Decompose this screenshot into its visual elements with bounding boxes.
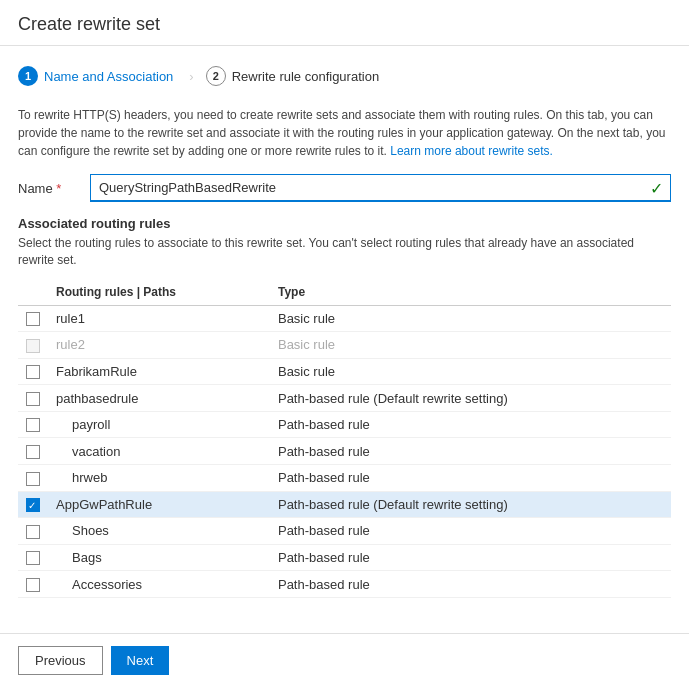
- tab-rewrite-rule-config[interactable]: 2 Rewrite rule configuration: [206, 60, 395, 92]
- rule-type-pathbasedrule: Path-based rule (Default rewrite setting…: [270, 385, 671, 412]
- tabs-container: 1 Name and Association › 2 Rewrite rule …: [18, 60, 671, 92]
- rule-type-shoes: Path-based rule: [270, 518, 671, 545]
- table-row: vacationPath-based rule: [18, 438, 671, 465]
- table-header-row: Routing rules | Paths Type: [18, 279, 671, 306]
- rule-checkbox-shoes[interactable]: [26, 525, 40, 539]
- rule-checkbox-accessories[interactable]: [26, 578, 40, 592]
- col-checkbox-header: [18, 279, 48, 306]
- name-field-row: Name * ✓: [18, 174, 671, 202]
- tab1-label: Name and Association: [44, 69, 173, 84]
- routing-rules-table: Routing rules | Paths Type rule1Basic ru…: [18, 279, 671, 598]
- rule-checkbox-bags[interactable]: [26, 551, 40, 565]
- rule-name-rule2: rule2: [48, 332, 270, 359]
- col-name-header: Routing rules | Paths: [48, 279, 270, 306]
- description-text: To rewrite HTTP(S) headers, you need to …: [18, 108, 665, 158]
- page-container: Create rewrite set 1 Name and Associatio…: [0, 0, 689, 687]
- rule-name-bags: Bags: [48, 544, 270, 571]
- rule-type-payroll: Path-based rule: [270, 411, 671, 438]
- rule-type-vacation: Path-based rule: [270, 438, 671, 465]
- rule-name-hrweb: hrweb: [48, 464, 270, 491]
- rule-checkbox-rule2: [26, 339, 40, 353]
- footer: Previous Next: [0, 633, 689, 687]
- table-row: pathbasedrulePath-based rule (Default re…: [18, 385, 671, 412]
- table-row: payrollPath-based rule: [18, 411, 671, 438]
- tab-name-association[interactable]: 1 Name and Association: [18, 60, 189, 92]
- rule-name-rule1: rule1: [48, 305, 270, 332]
- tab2-label: Rewrite rule configuration: [232, 69, 379, 84]
- routing-rules-title: Associated routing rules: [18, 216, 671, 231]
- rule-checkbox-rule1[interactable]: [26, 312, 40, 326]
- page-header: Create rewrite set: [0, 0, 689, 46]
- table-row: FabrikamRuleBasic rule: [18, 358, 671, 385]
- name-label: Name *: [18, 181, 78, 196]
- table-row: BagsPath-based rule: [18, 544, 671, 571]
- previous-button[interactable]: Previous: [18, 646, 103, 675]
- input-valid-icon: ✓: [650, 179, 663, 198]
- table-row: hrwebPath-based rule: [18, 464, 671, 491]
- rule-name-shoes: Shoes: [48, 518, 270, 545]
- rule-type-hrweb: Path-based rule: [270, 464, 671, 491]
- tab2-circle: 2: [206, 66, 226, 86]
- name-input[interactable]: [90, 174, 671, 202]
- rule-name-payroll: payroll: [48, 411, 270, 438]
- table-row: AccessoriesPath-based rule: [18, 571, 671, 598]
- tab1-circle: 1: [18, 66, 38, 86]
- tab-description: To rewrite HTTP(S) headers, you need to …: [18, 106, 671, 160]
- rule-type-rule1: Basic rule: [270, 305, 671, 332]
- rule-checkbox-payroll[interactable]: [26, 418, 40, 432]
- rule-checkbox-vacation[interactable]: [26, 445, 40, 459]
- required-marker: *: [56, 181, 61, 196]
- rule-checkbox-appgwpathrule[interactable]: [26, 498, 40, 512]
- name-input-wrapper: ✓: [90, 174, 671, 202]
- rule-name-pathbasedrule: pathbasedrule: [48, 385, 270, 412]
- rule-checkbox-pathbasedrule[interactable]: [26, 392, 40, 406]
- page-title: Create rewrite set: [18, 14, 671, 35]
- content-area: 1 Name and Association › 2 Rewrite rule …: [0, 46, 689, 633]
- col-type-header: Type: [270, 279, 671, 306]
- learn-more-link[interactable]: Learn more about rewrite sets.: [390, 144, 553, 158]
- tab-separator: ›: [189, 69, 193, 84]
- rule-type-fabrikamrule: Basic rule: [270, 358, 671, 385]
- rule-name-fabrikamrule: FabrikamRule: [48, 358, 270, 385]
- next-button[interactable]: Next: [111, 646, 170, 675]
- rule-type-rule2: Basic rule: [270, 332, 671, 359]
- table-row: ShoesPath-based rule: [18, 518, 671, 545]
- rule-type-bags: Path-based rule: [270, 544, 671, 571]
- routing-rules-desc: Select the routing rules to associate to…: [18, 235, 671, 269]
- rule-type-appgwpathrule: Path-based rule (Default rewrite setting…: [270, 491, 671, 518]
- rule-name-accessories: Accessories: [48, 571, 270, 598]
- rule-checkbox-fabrikamrule[interactable]: [26, 365, 40, 379]
- table-row: rule1Basic rule: [18, 305, 671, 332]
- rule-checkbox-hrweb[interactable]: [26, 472, 40, 486]
- table-row: AppGwPathRulePath-based rule (Default re…: [18, 491, 671, 518]
- rule-type-accessories: Path-based rule: [270, 571, 671, 598]
- rule-name-appgwpathrule: AppGwPathRule: [48, 491, 270, 518]
- rule-name-vacation: vacation: [48, 438, 270, 465]
- table-row: rule2Basic rule: [18, 332, 671, 359]
